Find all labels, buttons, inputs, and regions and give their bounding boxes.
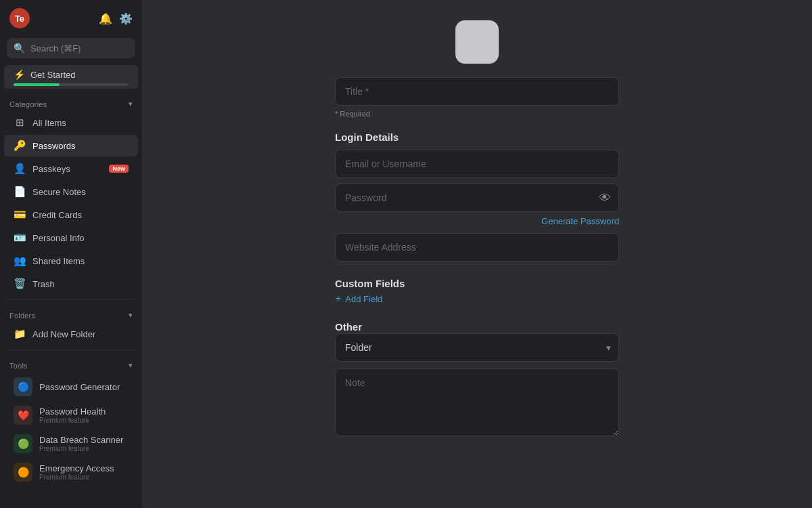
tool-sub-emergency-access: Premium feature bbox=[39, 473, 114, 481]
add-folder-icon: 📁 bbox=[14, 328, 26, 340]
passkeys-icon: 👤 bbox=[14, 163, 26, 175]
item-avatar[interactable] bbox=[455, 20, 499, 64]
folders-section-header: Folders ▾ bbox=[0, 304, 142, 322]
email-username-input[interactable] bbox=[335, 150, 619, 178]
categories-chevron-icon[interactable]: ▾ bbox=[129, 100, 133, 108]
search-placeholder: Search (⌘F) bbox=[30, 43, 81, 54]
folders-chevron-icon[interactable]: ▾ bbox=[129, 311, 133, 320]
sidebar-item-secure-notes[interactable]: 📄 Secure Notes bbox=[4, 181, 138, 203]
custom-fields-label: Custom Fields bbox=[335, 278, 405, 289]
personal-info-label: Personal Info bbox=[32, 233, 85, 243]
sidebar-item-credit-cards[interactable]: 💳 Credit Cards bbox=[4, 204, 138, 226]
sidebar-divider-2 bbox=[7, 350, 135, 350]
main-content: * Required Login Details 👁 Generate Pass… bbox=[142, 0, 812, 508]
header-icons: 🔔 ⚙️ bbox=[99, 12, 133, 25]
credit-cards-label: Credit Cards bbox=[32, 210, 82, 220]
passwords-label: Passwords bbox=[32, 141, 76, 151]
password-health-icon: ❤️ bbox=[14, 406, 32, 425]
website-input[interactable] bbox=[335, 233, 619, 261]
sidebar-item-shared-items[interactable]: 👥 Shared Items bbox=[4, 250, 138, 272]
secure-notes-label: Secure Notes bbox=[32, 187, 86, 197]
progress-bar-fill bbox=[14, 83, 60, 86]
search-bar[interactable]: 🔍 Search (⌘F) bbox=[7, 38, 135, 58]
avatar[interactable]: Te bbox=[9, 8, 30, 28]
add-folder-label: Add New Folder bbox=[32, 329, 95, 339]
categories-label: Categories bbox=[9, 100, 47, 108]
tool-text-emergency-access: Emergency Access Premium feature bbox=[39, 463, 114, 481]
sidebar: Te 🔔 ⚙️ 🔍 Search (⌘F) ⚡ Get Started Cate… bbox=[0, 0, 142, 508]
sidebar-item-personal-info[interactable]: 🪪 Personal Info bbox=[4, 227, 138, 249]
folders-label: Folders bbox=[9, 312, 35, 320]
other-label: Other bbox=[335, 321, 362, 333]
tool-item-emergency-access[interactable]: 🟠 Emergency Access Premium feature bbox=[4, 459, 138, 486]
notifications-icon[interactable]: 🔔 bbox=[99, 12, 112, 25]
emergency-access-icon: 🟠 bbox=[14, 463, 32, 482]
folder-select-wrap: Folder ▾ bbox=[335, 333, 619, 362]
tool-name-password-generator: Password Generator bbox=[39, 382, 120, 392]
tool-sub-password-health: Premium feature bbox=[39, 417, 106, 424]
tools-chevron-icon[interactable]: ▾ bbox=[129, 361, 133, 370]
get-started-item[interactable]: ⚡ Get Started bbox=[4, 65, 138, 89]
trash-label: Trash bbox=[32, 279, 55, 289]
tool-text-password-generator: Password Generator bbox=[39, 382, 120, 392]
generate-password-button[interactable]: Generate Password bbox=[541, 215, 619, 228]
password-wrap: 👁 bbox=[335, 184, 619, 212]
add-field-label: Add Field bbox=[345, 294, 382, 304]
tool-text-password-health: Password Health Premium feature bbox=[39, 406, 106, 424]
secure-notes-icon: 📄 bbox=[14, 186, 26, 198]
custom-fields-section: Custom Fields + Add Field bbox=[335, 278, 619, 308]
tool-item-data-breach[interactable]: 🟢 Data Breach Scanner Premium feature bbox=[4, 430, 138, 457]
sidebar-item-passkeys[interactable]: 👤 Passkeys New bbox=[4, 158, 138, 179]
password-generator-icon: 🔵 bbox=[14, 377, 32, 396]
credit-cards-icon: 💳 bbox=[14, 209, 26, 221]
passkeys-new-badge: New bbox=[109, 165, 129, 173]
personal-info-icon: 🪪 bbox=[14, 232, 26, 244]
all-items-icon: ⊞ bbox=[14, 117, 26, 129]
other-section: Other Folder ▾ bbox=[335, 321, 619, 439]
lightning-icon: ⚡ bbox=[14, 69, 25, 80]
add-field-plus-icon: + bbox=[335, 293, 341, 305]
tool-name-emergency-access: Emergency Access bbox=[39, 463, 114, 473]
sidebar-item-add-folder[interactable]: 📁 Add New Folder bbox=[4, 323, 138, 345]
sidebar-item-passwords[interactable]: 🔑 Passwords bbox=[4, 135, 138, 156]
toggle-password-icon[interactable]: 👁 bbox=[599, 191, 611, 205]
generate-password-row: Generate Password bbox=[335, 215, 619, 228]
sidebar-item-trash[interactable]: 🗑️ Trash bbox=[4, 273, 138, 295]
trash-icon: 🗑️ bbox=[14, 278, 26, 290]
tool-name-data-breach: Data Breach Scanner bbox=[39, 435, 123, 445]
note-textarea[interactable] bbox=[335, 368, 619, 436]
data-breach-icon: 🟢 bbox=[14, 434, 32, 453]
title-field-wrap bbox=[335, 77, 619, 106]
passkeys-label: Passkeys bbox=[32, 164, 70, 174]
tool-sub-data-breach: Premium feature bbox=[39, 445, 123, 452]
sidebar-item-all-items[interactable]: ⊞ All Items bbox=[4, 112, 138, 133]
get-started-label: Get Started bbox=[30, 70, 75, 80]
tool-name-password-health: Password Health bbox=[39, 406, 106, 417]
form-container: * Required Login Details 👁 Generate Pass… bbox=[335, 20, 619, 439]
tool-item-password-generator[interactable]: 🔵 Password Generator bbox=[4, 373, 138, 400]
categories-section-header: Categories ▾ bbox=[0, 93, 142, 111]
sidebar-header: Te 🔔 ⚙️ bbox=[0, 0, 142, 35]
sidebar-divider-1 bbox=[7, 299, 135, 300]
required-note: * Required bbox=[335, 110, 370, 118]
shared-items-label: Shared Items bbox=[32, 256, 85, 266]
tools-section-header: Tools ▾ bbox=[0, 354, 142, 373]
folder-select[interactable]: Folder bbox=[335, 333, 619, 362]
tool-text-data-breach: Data Breach Scanner Premium feature bbox=[39, 435, 123, 452]
login-details-label: Login Details bbox=[335, 131, 399, 143]
passwords-icon: 🔑 bbox=[14, 140, 26, 152]
shared-items-icon: 👥 bbox=[14, 255, 26, 267]
password-input[interactable] bbox=[335, 184, 619, 212]
settings-icon[interactable]: ⚙️ bbox=[119, 12, 133, 25]
title-input[interactable] bbox=[335, 77, 619, 106]
search-icon: 🔍 bbox=[14, 43, 25, 54]
add-field-button[interactable]: + Add Field bbox=[335, 290, 382, 308]
tools-label: Tools bbox=[9, 362, 28, 370]
tool-item-password-health[interactable]: ❤️ Password Health Premium feature bbox=[4, 402, 138, 429]
all-items-label: All Items bbox=[32, 118, 66, 128]
progress-bar-track bbox=[14, 83, 129, 86]
